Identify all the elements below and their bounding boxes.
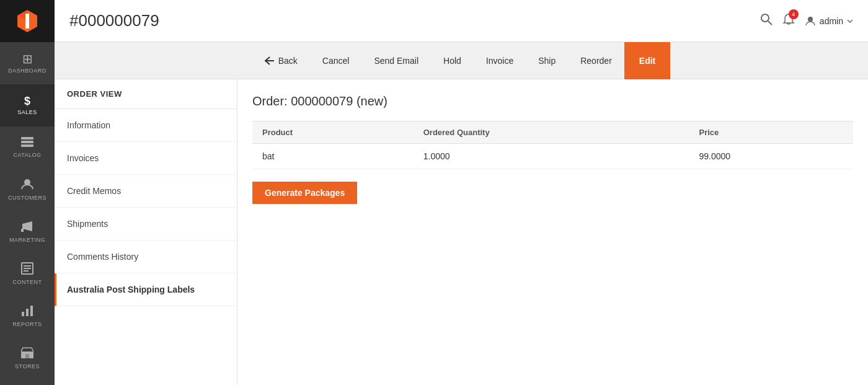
sales-icon: $ (24, 95, 30, 107)
page-title: #000000079 (69, 11, 760, 30)
svg-rect-3 (21, 137, 33, 139)
edit-button[interactable]: Edit (624, 42, 670, 79)
content-icon (21, 262, 33, 277)
order-view-nav-header: ORDER VIEW (55, 79, 237, 109)
back-label: Back (278, 56, 298, 66)
svg-point-18 (761, 14, 769, 22)
svg-rect-2 (25, 14, 29, 29)
content-area: ORDER VIEW Information Invoices Credit M… (55, 79, 868, 385)
hold-button[interactable]: Hold (431, 42, 474, 79)
sidebar-item-content-label: CONTENT (13, 279, 42, 286)
sidebar-item-dashboard[interactable]: ⊞ DASHBOARD (0, 42, 55, 84)
sidebar-item-dashboard-label: DASHBOARD (8, 68, 46, 74)
dashboard-icon: ⊞ (22, 53, 33, 65)
sidebar-item-marketing[interactable]: MARKETING (0, 211, 55, 253)
svg-rect-16 (25, 354, 29, 358)
sidebar-item-reports[interactable]: REPORTS (0, 295, 55, 337)
chevron-down-icon (847, 19, 853, 23)
generate-packages-button[interactable]: Generate Packages (252, 182, 357, 204)
notifications-icon[interactable]: 4 (782, 13, 795, 29)
svg-rect-4 (21, 141, 33, 143)
admin-username: admin (820, 16, 843, 26)
svg-rect-14 (30, 306, 33, 316)
table-row: bat 1.0000 99.0000 (252, 144, 853, 169)
admin-user-menu[interactable]: admin (805, 15, 853, 27)
edit-label: Edit (639, 56, 655, 66)
svg-point-20 (808, 17, 813, 22)
svg-rect-13 (26, 309, 29, 316)
order-view-nav: ORDER VIEW Information Invoices Credit M… (55, 79, 237, 385)
back-button[interactable]: Back (252, 42, 310, 79)
column-product: Product (252, 122, 414, 144)
sidebar-item-system[interactable]: SYSTEM (0, 379, 55, 385)
svg-rect-11 (24, 270, 29, 272)
magento-logo-icon (15, 9, 40, 33)
cancel-button[interactable]: Cancel (310, 42, 362, 79)
sidebar-item-catalog[interactable]: CATALOG (0, 126, 55, 169)
invoice-label: Invoice (486, 56, 513, 66)
sidebar-item-marketing-label: MARKETING (9, 237, 45, 244)
sidebar-item-customers[interactable]: CUSTOMERS (0, 169, 55, 211)
sidebar-logo (0, 0, 55, 42)
cancel-label: Cancel (322, 56, 350, 66)
back-arrow-icon (265, 56, 275, 65)
sidebar-item-customers-label: CUSTOMERS (8, 195, 46, 201)
nav-item-credit-memos[interactable]: Credit Memos (55, 175, 237, 208)
send-email-label: Send Email (374, 56, 418, 66)
svg-rect-5 (21, 144, 33, 147)
main-area: #000000079 4 admin Back Cancel Send (55, 0, 868, 385)
sidebar-item-reports-label: REPORTS (13, 321, 42, 328)
product-price: 99.0000 (689, 144, 853, 169)
sidebar-item-content[interactable]: CONTENT (0, 253, 55, 295)
ship-button[interactable]: Ship (526, 42, 568, 79)
action-toolbar: Back Cancel Send Email Hold Invoice Ship… (55, 42, 868, 79)
nav-item-comments-history[interactable]: Comments History (55, 241, 237, 273)
marketing-icon (20, 220, 34, 234)
reorder-button[interactable]: Reorder (568, 42, 624, 79)
catalog-icon (20, 136, 34, 149)
stores-icon (20, 347, 34, 361)
page-header: #000000079 4 admin (55, 0, 868, 42)
sidebar-item-sales-label: SALES (17, 109, 37, 116)
nav-item-australia-post[interactable]: Australia Post Shipping Labels (55, 273, 237, 306)
reports-icon (20, 304, 34, 319)
sidebar-item-stores[interactable]: STORES (0, 337, 55, 379)
header-actions: 4 admin (760, 13, 853, 29)
product-quantity: 1.0000 (414, 144, 689, 169)
order-title: Order: 000000079 (new) (252, 94, 853, 108)
svg-rect-9 (24, 265, 31, 267)
svg-rect-10 (24, 268, 31, 269)
sidebar-item-catalog-label: CATALOG (13, 152, 41, 159)
order-items-table: Product Ordered Quantity Price bat 1.000… (252, 121, 853, 169)
order-detail-panel: Order: 000000079 (new) Product Ordered Q… (237, 79, 868, 385)
nav-item-invoices[interactable]: Invoices (55, 142, 237, 175)
search-icon[interactable] (760, 13, 773, 29)
sidebar-item-sales[interactable]: $ SALES (0, 84, 55, 126)
notification-count: 4 (789, 9, 799, 19)
ship-label: Ship (538, 56, 556, 66)
product-name: bat (252, 144, 414, 169)
svg-line-19 (768, 21, 772, 25)
invoice-button[interactable]: Invoice (474, 42, 526, 79)
reorder-label: Reorder (580, 56, 612, 66)
hold-label: Hold (443, 56, 461, 66)
svg-rect-7 (21, 229, 24, 232)
svg-rect-12 (22, 312, 24, 316)
nav-item-shipments[interactable]: Shipments (55, 208, 237, 241)
column-quantity: Ordered Quantity (414, 122, 689, 144)
send-email-button[interactable]: Send Email (361, 42, 431, 79)
customers-icon (20, 178, 34, 192)
sidebar-item-stores-label: STORES (15, 363, 40, 370)
sidebar: ⊞ DASHBOARD $ SALES CATALOG CUSTOMERS MA… (0, 0, 55, 385)
column-price: Price (689, 122, 853, 144)
nav-item-information[interactable]: Information (55, 109, 237, 142)
